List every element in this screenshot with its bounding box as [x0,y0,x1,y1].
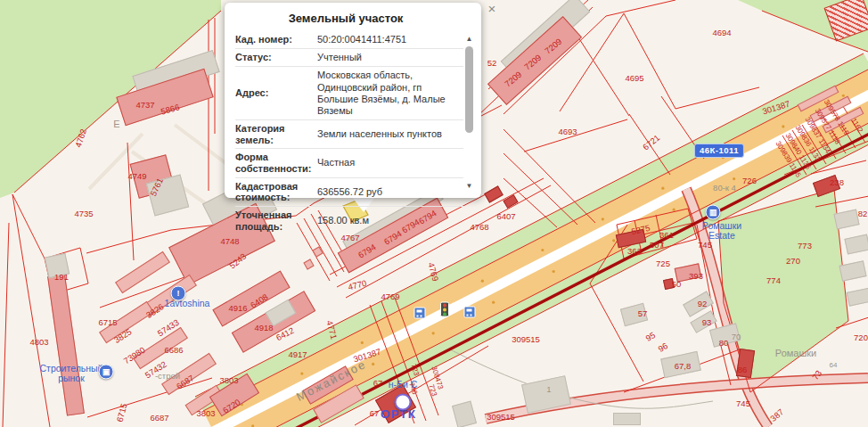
parcel-info-popup: Земельный участок Кад. номер: 50:20:0041… [225,3,481,198]
close-icon[interactable]: × [485,2,499,16]
field-value: 636556.72 руб [317,186,463,198]
road-number-badge: 46К-1011 [694,144,744,158]
field-label: Уточненная площадь: [235,209,317,232]
info-row-cadastral-value: Кадастровая стоимость: 636556.72 руб [235,177,463,206]
field-value: Учтенный [317,52,463,63]
scroll-down-icon[interactable]: ▼ [465,183,473,190]
field-value: 50:20:0041411:4751 [317,34,463,45]
field-value: Земли населенных пунктов [317,128,463,140]
info-row-cadastral-number: Кад. номер: 50:20:0041411:4751 [235,31,463,48]
scrollbar-thumb[interactable] [465,46,473,133]
info-row-land-category: Категория земель: Земли населенных пункт… [235,119,463,148]
field-label: Категория земель: [235,123,317,145]
field-value: Московская область, Одинцовский район, г… [317,70,463,117]
field-value: Частная [317,157,463,168]
info-row-ownership: Форма собственности: Частная [235,148,463,177]
info-row-area: Уточненная площадь: 158.00 кв.м [235,206,463,234]
info-row-address: Адрес: Московская область, Одинцовский р… [235,66,463,119]
popup-fields: Кад. номер: 50:20:0041411:4751 Статус: У… [235,31,463,234]
field-label: Статус: [235,52,317,63]
scroll-up-icon[interactable]: ▲ [465,36,473,43]
info-row-status: Статус: Учтенный [235,48,463,66]
field-label: Адрес: [235,87,317,99]
field-label: Форма собственности: [235,152,317,174]
field-label: Кад. номер: [235,34,317,45]
field-label: Кадастровая стоимость: [235,181,317,203]
field-value: 158.00 кв.м [317,215,463,226]
popup-title: Земельный участок [225,12,467,25]
